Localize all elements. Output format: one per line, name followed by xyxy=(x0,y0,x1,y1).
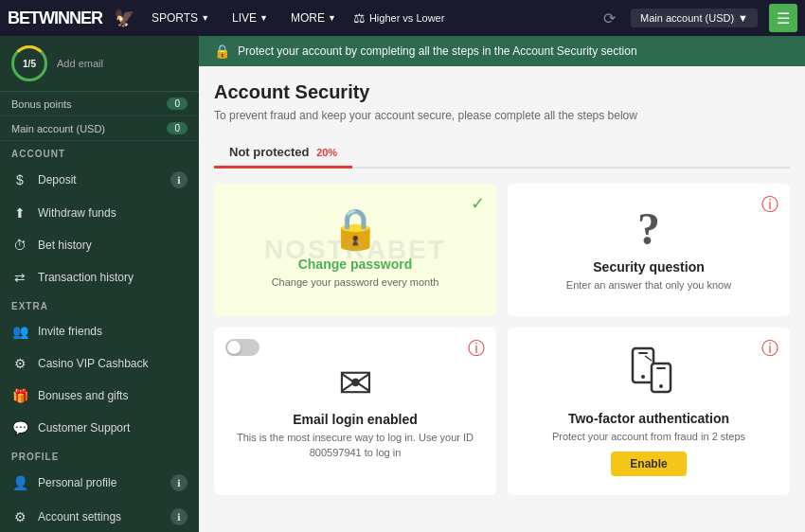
account-section-label: ACCOUNT xyxy=(0,141,199,163)
security-question-title[interactable]: Security question xyxy=(593,259,704,275)
extra-section-label: EXTRA xyxy=(0,293,199,315)
casino-label: Casino VIP Cashback xyxy=(38,357,149,370)
svg-point-2 xyxy=(641,375,645,379)
account-settings-label: Account settings xyxy=(38,510,121,523)
two-factor-desc: Protect your account from fraud in 2 ste… xyxy=(552,430,745,444)
change-password-title[interactable]: Change password xyxy=(298,257,413,272)
content-main: Account Security To prevent fraud and ke… xyxy=(199,66,805,532)
transaction-label: Transaction history xyxy=(38,271,134,284)
two-factor-title: Two-factor authentication xyxy=(568,411,729,426)
more-label: MORE xyxy=(291,11,325,25)
two-factor-status-icon: ⓘ xyxy=(761,337,778,360)
card-email-login: ⓘ ✉ Email login enabled This is the most… xyxy=(214,328,496,495)
sidebar-item-personal-profile[interactable]: 👤 Personal profile ℹ xyxy=(0,466,199,500)
page-subtitle: To prevent fraud and keep your account s… xyxy=(214,109,790,122)
deposit-badge: ℹ xyxy=(170,171,188,188)
tab-not-protected[interactable]: Not protected 20% xyxy=(214,137,352,167)
personal-profile-badge: ℹ xyxy=(170,474,188,491)
sidebar-item-casino-vip[interactable]: ⚙ Casino VIP Cashback xyxy=(0,347,199,380)
support-label: Customer Support xyxy=(38,421,130,434)
menu-button[interactable]: ☰ xyxy=(769,4,797,32)
enable-button[interactable]: Enable xyxy=(611,452,686,476)
bet-history-icon: ⏱ xyxy=(11,238,28,253)
card-two-factor: ⓘ Two-factor authentication xyxy=(508,328,790,495)
personal-profile-label: Personal profile xyxy=(38,476,116,489)
tab-label: Not protected xyxy=(229,145,310,159)
sidebar-item-invite-friends[interactable]: 👥 Invite friends xyxy=(0,315,199,347)
account-button[interactable]: Main account (USD) ▼ xyxy=(631,9,758,27)
email-login-title: Email login enabled xyxy=(293,412,417,427)
account-chevron: ▼ xyxy=(738,12,748,24)
withdraw-icon: ⬆ xyxy=(11,205,28,221)
card-security-question: ⓘ ? Security question Enter an answer th… xyxy=(508,184,790,316)
security-question-icon: ? xyxy=(637,206,660,252)
profile-section-label: PROFILE xyxy=(0,444,199,466)
sports-label: SPORTS xyxy=(152,11,198,25)
security-grid: NOSTRABET ✓ 🔒 Change password Change you… xyxy=(214,184,790,495)
bonuses-label: Bonuses and gifts xyxy=(38,389,128,402)
main-account-label: Main account (USD) xyxy=(11,123,105,134)
page-title: Account Security xyxy=(214,81,790,103)
sidebar-item-withdraw[interactable]: ⬆ Withdraw funds xyxy=(0,197,199,229)
sports-nav[interactable]: SPORTS ▼ xyxy=(146,8,215,28)
svg-point-5 xyxy=(659,384,663,388)
more-nav[interactable]: MORE ▼ xyxy=(285,8,342,28)
refresh-icon[interactable]: ⟳ xyxy=(603,9,616,27)
card-change-password: NOSTRABET ✓ 🔒 Change password Change you… xyxy=(214,184,496,316)
menu-icon: ☰ xyxy=(777,9,790,27)
settings-icon: ⚙ xyxy=(11,509,28,524)
sidebar: 1/5 Add email Bonus points 0 Main accoun… xyxy=(0,36,199,532)
sidebar-item-account-settings[interactable]: ⚙ Account settings ℹ xyxy=(0,500,199,532)
bonuses-icon: 🎁 xyxy=(11,388,28,403)
withdraw-label: Withdraw funds xyxy=(38,206,116,220)
email-toggle[interactable] xyxy=(225,339,259,356)
scale-icon: ⚖ xyxy=(353,10,366,26)
security-question-status-icon: ⓘ xyxy=(761,193,778,216)
svg-rect-4 xyxy=(656,367,666,369)
account-settings-badge: ℹ xyxy=(170,508,188,525)
support-icon: 💬 xyxy=(11,420,28,435)
progress-text: 1/5 xyxy=(23,59,36,69)
invite-label: Invite friends xyxy=(38,325,102,338)
toggle-knob xyxy=(227,341,241,354)
logo: BETWINNER xyxy=(8,9,102,28)
sidebar-item-bet-history[interactable]: ⏱ Bet history xyxy=(0,229,199,261)
two-factor-icon xyxy=(625,346,672,403)
change-password-desc: Change your password every month xyxy=(272,275,439,290)
live-label: LIVE xyxy=(232,11,257,25)
logo-bet: BET xyxy=(8,9,39,27)
sidebar-item-bonuses[interactable]: 🎁 Bonuses and gifts xyxy=(0,380,199,412)
live-nav[interactable]: LIVE ▼ xyxy=(226,8,274,28)
change-password-status-icon: ✓ xyxy=(471,193,485,214)
invite-icon: 👥 xyxy=(11,324,28,339)
bet-history-label: Bet history xyxy=(38,239,92,252)
alert-bar: 🔒 Protect your account by completing all… xyxy=(199,36,805,66)
email-login-desc: This is the most insecure way to log in.… xyxy=(229,431,481,460)
tab-badge: 20% xyxy=(316,147,337,158)
add-email-text[interactable]: Add email xyxy=(57,58,103,69)
email-login-status-icon: ⓘ xyxy=(468,337,485,360)
live-chevron: ▼ xyxy=(259,13,268,23)
sports-chevron: ▼ xyxy=(201,13,209,23)
alert-text: Protect your account by completing all t… xyxy=(238,44,637,58)
security-question-desc: Enter an answer that only you know xyxy=(566,278,731,293)
change-password-icon: 🔒 xyxy=(331,209,380,249)
more-chevron: ▼ xyxy=(328,13,336,23)
sidebar-item-deposit[interactable]: $ Deposit ℹ xyxy=(0,163,199,197)
sidebar-top: 1/5 Add email xyxy=(0,36,199,92)
deposit-icon: $ xyxy=(11,172,28,187)
content-area: 🔒 Protect your account by completing all… xyxy=(199,36,805,532)
casino-icon: ⚙ xyxy=(11,356,28,371)
tabs-bar: Not protected 20% xyxy=(214,137,790,168)
header: BETWINNER 🦅 SPORTS ▼ LIVE ▼ MORE ▼ ⚖ Hig… xyxy=(0,0,805,36)
transaction-icon: ⇄ xyxy=(11,270,28,285)
profile-icon: 👤 xyxy=(11,475,28,490)
bonus-points-value: 0 xyxy=(167,98,188,110)
sidebar-item-customer-support[interactable]: 💬 Customer Support xyxy=(0,412,199,444)
sidebar-item-transaction-history[interactable]: ⇄ Transaction history xyxy=(0,261,199,293)
main-account-value: 0 xyxy=(167,122,188,134)
logo-winner: WINNER xyxy=(39,9,102,27)
email-login-icon: ✉ xyxy=(338,363,373,404)
progress-circle: 1/5 xyxy=(11,45,47,81)
svg-rect-1 xyxy=(638,352,648,354)
